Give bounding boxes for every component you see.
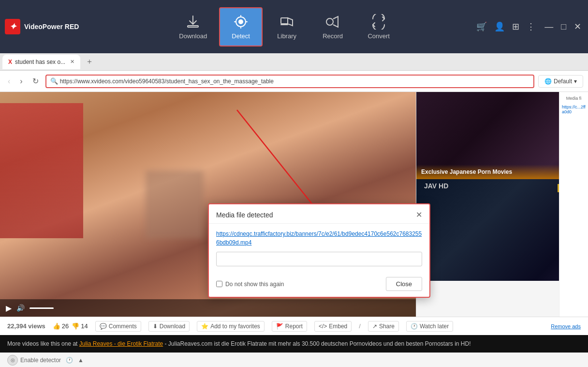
history-icon[interactable]: 🕐 [66, 357, 73, 364]
default-button[interactable]: 🌐 Default ▾ [538, 75, 583, 88]
bottom-bar: 22,394 views 👍 26 👎 14 💬 Comments ⬇ Down… [0, 317, 588, 335]
embed-label: Embed [329, 323, 347, 330]
dialog-body: https://cdneqc.trafficfactory.biz/banner… [209, 224, 429, 272]
thumbs-up-button[interactable]: 👍 26 [53, 322, 69, 330]
menu-icon[interactable]: ⋮ [527, 21, 535, 32]
play-button[interactable]: ▶ [6, 304, 12, 313]
jav-label: JAV HD [421, 179, 451, 193]
grid-icon[interactable]: ⊞ [512, 21, 519, 32]
volume-button[interactable]: 🔊 [16, 304, 25, 312]
app-logo: ✦ VideoPower RED [5, 19, 79, 34]
svg-rect-0 [188, 26, 198, 27]
likes-count: 26 [62, 322, 69, 330]
convert-icon [371, 14, 386, 30]
watch-later-label: Watch later [420, 323, 449, 330]
download-label: Download [160, 323, 185, 330]
app-icon: ✦ [5, 19, 20, 34]
svg-marker-4 [288, 18, 293, 26]
remove-ads-link[interactable]: Remove ads [551, 323, 581, 329]
comments-label: Comments [109, 323, 137, 330]
nav-record-label: Record [323, 32, 343, 40]
browser-nav: ‹ › ↻ 🔍 🌐 Default ▾ [0, 71, 588, 92]
new-tab-button[interactable]: ＋ [83, 56, 96, 68]
share-button[interactable]: ↗ Share [368, 321, 399, 332]
browser-tab[interactable]: X student has sex o... ✕ [2, 55, 80, 69]
nav-convert[interactable]: Convert [357, 8, 400, 46]
chevron-up-icon[interactable]: ▲ [78, 357, 84, 364]
nav-download[interactable]: Download [169, 8, 217, 46]
embed-icon: </> [319, 323, 327, 330]
nav-buttons: Download Detect Library [93, 7, 476, 46]
watch-later-button[interactable]: 🕐 Watch later [406, 321, 453, 332]
nav-detect-label: Detect [232, 32, 250, 40]
dialog-input[interactable] [216, 252, 422, 266]
nav-download-label: Download [179, 32, 207, 40]
dialog-footer: Do not show this again Close [209, 272, 429, 297]
info-before: More videos like this one at [7, 340, 79, 347]
video-controls: ▶ 🔊 [0, 299, 416, 317]
back-button[interactable]: ‹ [5, 75, 13, 88]
nav-record[interactable]: Record [311, 8, 354, 46]
url-input[interactable] [45, 75, 534, 88]
view-count: 22,394 views [7, 322, 45, 330]
dialog-header: Media file detected ✕ [209, 204, 429, 224]
library-icon [279, 14, 294, 30]
titlebar: ✦ VideoPower RED Download Detect [0, 0, 588, 53]
info-text: More videos like this one at Julia Reave… [7, 340, 470, 347]
refresh-button[interactable]: ↻ [29, 75, 42, 88]
status-bar: ◎ Enable detector 🕐 ▲ [0, 352, 588, 367]
info-bar: More videos like this one at Julia Reave… [0, 335, 588, 352]
media-dialog: Media file detected ✕ https://cdneqc.tra… [208, 203, 430, 298]
tab-close-button[interactable]: ✕ [70, 59, 74, 65]
chevron-down-icon: ▾ [574, 78, 577, 85]
thumbs-down-button[interactable]: 👎 14 [72, 322, 88, 330]
info-link[interactable]: Julia Reaves - die Erotik Flatrate [79, 340, 163, 347]
nav-library[interactable]: Library [265, 8, 309, 46]
no-show-label: Do not show this again [225, 281, 284, 288]
detector-circle-icon: ◎ [7, 355, 18, 366]
dialog-close-button[interactable]: ✕ [416, 210, 422, 219]
download-icon: ⬇ [153, 323, 158, 330]
report-label: Report [285, 323, 303, 330]
no-show-checkbox[interactable] [216, 281, 222, 287]
mini-link[interactable]: https://c...2ffa0d0 [562, 105, 586, 114]
comments-icon: 💬 [100, 323, 107, 330]
browser-tabs: X student has sex o... ✕ ＋ [0, 53, 588, 71]
default-label: Default [554, 78, 572, 85]
info-after: - JuliaReaves.com ist die Erotik Flatrat… [165, 340, 471, 347]
globe-icon: 🌐 [544, 78, 552, 85]
svg-point-2 [239, 20, 243, 24]
detector-toggle[interactable]: ◎ Enable detector [7, 355, 61, 366]
user-icon[interactable]: 👤 [494, 21, 505, 32]
svg-rect-3 [281, 18, 288, 24]
download-button[interactable]: ⬇ Download [148, 321, 190, 332]
url-bar-container: 🔍 [45, 75, 534, 88]
top-right-icons: 🛒 👤 ⊞ ⋮ [476, 21, 535, 32]
app-name: VideoPower RED [24, 23, 79, 31]
dialog-link[interactable]: https://cdneqc.trafficfactory.biz/banner… [216, 229, 422, 247]
favorites-icon: ⭐ [201, 323, 208, 330]
dialog-close-btn[interactable]: Close [386, 277, 422, 291]
cart-icon[interactable]: 🛒 [476, 21, 487, 32]
share-icon: ↗ [372, 323, 377, 330]
report-button[interactable]: 🚩 Report [272, 321, 307, 332]
volume-slider[interactable] [29, 307, 54, 309]
nav-detect[interactable]: Detect [219, 7, 263, 46]
detector-label: Enable detector [20, 357, 61, 364]
add-favorites-button[interactable]: ⭐ Add to my favorites [197, 321, 265, 332]
comments-button[interactable]: 💬 Comments [95, 321, 141, 332]
minimize-button[interactable]: — [543, 20, 555, 34]
share-label: Share [379, 323, 395, 330]
forward-button[interactable]: › [17, 75, 25, 88]
mini-label: Media fi [562, 96, 586, 101]
close-button[interactable]: ✕ [572, 19, 583, 34]
tab-title: student has sex o... [15, 59, 65, 65]
thumb-buttons: 👍 26 👎 14 [53, 322, 88, 330]
dislikes-count: 14 [81, 322, 88, 330]
embed-button[interactable]: </> Embed [314, 321, 352, 332]
svg-point-5 [326, 18, 333, 25]
nav-library-label: Library [277, 32, 296, 40]
maximize-button[interactable]: □ [559, 20, 568, 34]
add-favorites-label: Add to my favorites [210, 323, 260, 330]
no-show-checkbox-label[interactable]: Do not show this again [216, 281, 284, 288]
